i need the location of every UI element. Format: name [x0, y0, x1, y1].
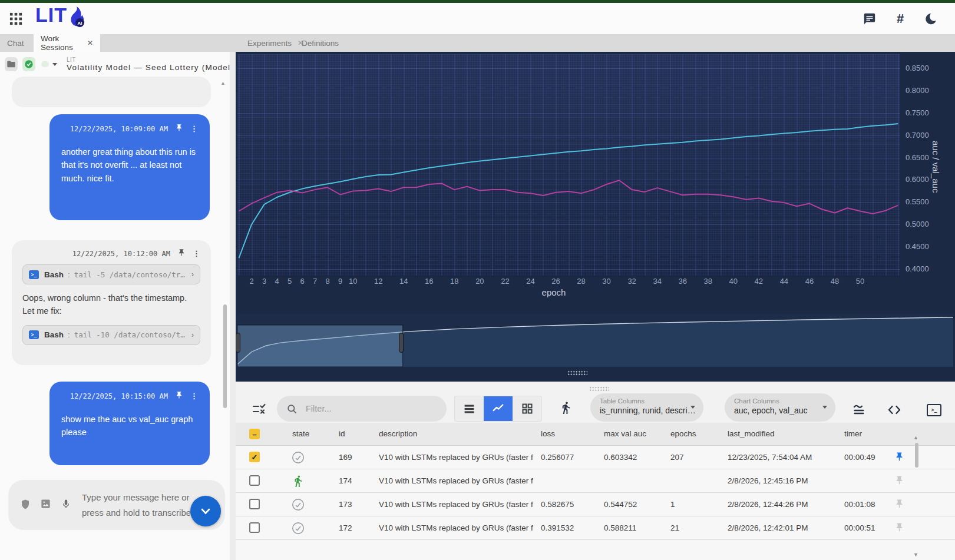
resize-handle-dots[interactable]	[567, 370, 587, 376]
cell-max_val_auc: 0.544752	[604, 500, 637, 509]
folder-button[interactable]	[5, 57, 18, 71]
input-icons	[20, 498, 71, 512]
chart-view-button-selected[interactable]	[484, 396, 513, 421]
y-tick-label: 0.7000	[906, 131, 934, 140]
runs-table: – stateiddescriptionlossmax val aucepoch…	[236, 423, 955, 560]
table-row-174[interactable]: 174V10 with LSTMs replaced by GRUs (fast…	[236, 469, 955, 493]
tab-close-icon[interactable]: ✕	[87, 39, 93, 47]
table-scroll-down-icon[interactable]: ▼	[913, 552, 918, 558]
row-checkbox[interactable]	[249, 499, 260, 509]
x-tick-label: 10	[344, 277, 362, 286]
row-checkbox[interactable]	[249, 522, 260, 533]
state-done-icon	[292, 498, 305, 511]
cell-loss: 0.256077	[541, 453, 574, 462]
chat-message-list[interactable]: 12/22/2025, 10:09:00 AM ⋮ another great …	[0, 77, 230, 480]
cell-description: V10 with LSTMs replaced by GRUs (faster …	[379, 500, 533, 509]
message-header: 12/22/2025, 10:12:00 AM ⋮	[22, 248, 200, 259]
x-tick-label: 24	[521, 277, 539, 286]
row-checkbox[interactable]: ✓	[249, 452, 260, 462]
session-toggle[interactable]	[41, 61, 49, 67]
x-tick-label: 22	[496, 277, 514, 286]
scroll-to-bottom-button[interactable]	[190, 496, 221, 526]
row-pin-icon[interactable]	[894, 475, 905, 486]
image-icon[interactable]	[40, 498, 51, 512]
message-timestamp: 12/22/2025, 10:12:00 AM	[72, 250, 170, 258]
row-checkbox[interactable]	[249, 475, 260, 486]
column-header-timer[interactable]: timer	[844, 429, 862, 438]
status-check-badge[interactable]	[22, 57, 35, 71]
runner-icon[interactable]	[559, 401, 573, 417]
message-header: 12/22/2025, 10:09:00 AM ⋮	[61, 124, 198, 134]
cell-last_modified: 2/8/2026, 12:45:16 PM	[728, 476, 808, 485]
chevron-right-icon[interactable]: ›	[191, 331, 194, 339]
terminal-icon[interactable]: >_	[927, 404, 941, 416]
row-pin-icon[interactable]	[894, 452, 905, 462]
table-row-169[interactable]: ✓169V10 with LSTMs replaced by GRUs (fas…	[236, 446, 955, 469]
y-tick-label: 0.6500	[906, 153, 934, 162]
minimap-left-handle[interactable]	[236, 333, 240, 353]
tab-definitions[interactable]: Definitions	[295, 34, 346, 52]
minimap-right-handle[interactable]	[399, 333, 404, 353]
auc-chart-plot[interactable]	[237, 54, 900, 276]
table-row-173[interactable]: 173V10 with LSTMs replaced by GRUs (fast…	[236, 493, 955, 516]
message-menu-icon[interactable]: ⋮	[193, 249, 200, 258]
tab-work-sessions[interactable]: Work Sessions ✕	[34, 34, 100, 52]
pin-icon[interactable]	[175, 124, 183, 134]
column-header-id[interactable]: id	[339, 429, 345, 438]
column-header-max-val-auc[interactable]: max val auc	[604, 429, 646, 438]
chart-minimap[interactable]	[237, 314, 953, 367]
message-text: Oops, wrong column - that's the timestam…	[22, 291, 200, 318]
message-menu-icon[interactable]: ⋮	[190, 392, 198, 400]
scroll-up-arrow-icon[interactable]: ▲	[220, 80, 226, 86]
code-brackets-icon[interactable]	[887, 403, 901, 419]
cell-last_modified: 12/23/2025, 7:54:04 AM	[728, 453, 812, 462]
row-pin-icon[interactable]	[894, 522, 905, 533]
apps-grid-icon[interactable]	[9, 12, 22, 25]
filter-search-field[interactable]: Filter...	[277, 396, 447, 422]
select-all-checkbox[interactable]: –	[249, 429, 260, 439]
resize-handle-dots[interactable]	[589, 386, 609, 392]
experiments-panel: 2345678910121416182022242628303234363840…	[236, 52, 955, 560]
table-row-172[interactable]: 172V10 with LSTMs replaced by GRUs (fast…	[236, 516, 955, 540]
column-header-last_modified[interactable]: last_modified	[728, 429, 775, 438]
x-tick-label: 12	[369, 277, 387, 286]
cell-epochs: 207	[670, 453, 684, 462]
approx-equal-icon[interactable]	[852, 402, 866, 419]
message-input-placeholder[interactable]: Type your message here or press and hold…	[82, 490, 203, 520]
session-dropdown-caret[interactable]	[52, 63, 57, 66]
chat-scrollbar-thumb[interactable]	[223, 304, 227, 408]
pin-icon[interactable]	[177, 248, 186, 259]
tab-chat[interactable]: Chat	[0, 34, 31, 52]
pin-icon[interactable]	[175, 391, 183, 401]
message-menu-icon[interactable]: ⋮	[190, 124, 198, 133]
grid-view-button[interactable]	[513, 396, 541, 421]
tool-command: tail -10 /data/contoso/t…	[74, 330, 188, 339]
bash-command-chip[interactable]: >_ Bash : tail -5 /data/contoso/tr… ›	[22, 264, 200, 284]
column-header-epochs[interactable]: epochs	[670, 429, 696, 438]
hash-grid-icon[interactable]: #	[894, 12, 907, 25]
bash-command-chip[interactable]: >_ Bash : tail -10 /data/contoso/t… ›	[22, 325, 200, 345]
shield-icon[interactable]	[20, 499, 31, 512]
column-header-loss[interactable]: loss	[541, 429, 555, 438]
microphone-icon[interactable]	[61, 499, 71, 512]
column-header-state[interactable]: state	[292, 429, 309, 438]
cell-id: 174	[339, 476, 352, 485]
tool-name: Bash	[44, 330, 64, 339]
svg-text:AI: AI	[77, 20, 82, 25]
message-timestamp: 12/22/2025, 10:15:00 AM	[70, 392, 168, 400]
panel-splitter[interactable]	[230, 52, 236, 560]
state-done-icon	[292, 522, 305, 535]
table-scrollbar-thumb[interactable]	[915, 443, 918, 468]
row-pin-icon[interactable]	[894, 499, 905, 509]
feedback-chat-icon[interactable]	[863, 12, 876, 25]
list-view-button[interactable]	[455, 396, 484, 421]
chevron-right-icon[interactable]: ›	[191, 270, 194, 279]
filter-rules-icon[interactable]	[252, 402, 266, 419]
dark-mode-moon-icon[interactable]	[924, 12, 937, 25]
column-header-description[interactable]: description	[379, 429, 417, 438]
terminal-icon: >_	[29, 270, 39, 279]
table-scroll-up-icon[interactable]: ▲	[913, 435, 918, 440]
chart-columns-select[interactable]: Chart Columns auc, epoch, val_auc	[725, 393, 835, 422]
table-columns-select[interactable]: Table Columns is_running, runid, descri…	[590, 393, 703, 422]
app-logo[interactable]: LIT AI	[35, 6, 87, 32]
